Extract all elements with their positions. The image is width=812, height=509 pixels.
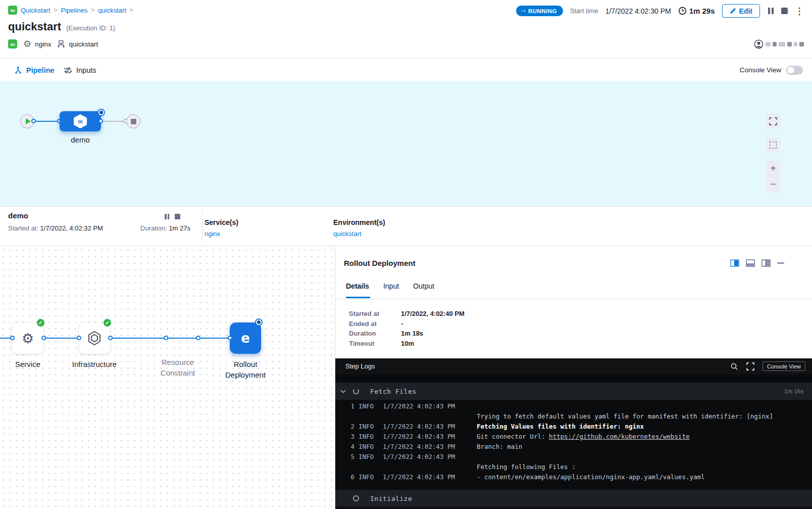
environments-label: Environment(s) <box>333 218 385 226</box>
log-console[interactable]: Fetch Files 1m 16s 1INFO1/7/2022 4:02:43… <box>335 374 812 509</box>
user-info-redacted <box>754 39 804 49</box>
zoom-out-button[interactable]: − <box>766 176 781 192</box>
log-message: Trying to fetch default values yaml file… <box>477 412 773 420</box>
step-node-service[interactable]: ⚙ <box>12 322 43 354</box>
breadcrumb: ∞ Quickstart > Pipelines > quickstart > <box>8 6 133 15</box>
step-logs-title: Step Logs <box>345 362 375 370</box>
layout-wide-panel-icon[interactable] <box>762 259 771 267</box>
title-row: quickstart (Execution ID: 1) <box>8 20 115 33</box>
detail-value: - <box>401 320 403 328</box>
log-timestamp: 1/7/2022 4:02:43 PM <box>383 473 455 481</box>
tab-output[interactable]: Output <box>413 282 434 296</box>
section-running-spinner-icon <box>353 388 359 394</box>
edge-start-to-demo <box>33 121 61 122</box>
tab-input[interactable]: Input <box>383 282 399 296</box>
log-line: 5INFO1/7/2022 4:02:43 PM <box>335 453 812 463</box>
detail-row: Timeout10m <box>349 339 465 349</box>
log-line-number: 6 <box>345 473 354 481</box>
detail-value: 10m <box>401 340 414 347</box>
edge-port <box>10 336 15 340</box>
log-line: 1INFO1/7/2022 4:02:43 PM <box>335 402 812 412</box>
edge-port <box>108 336 113 340</box>
service-chip[interactable]: ⚙ nginx <box>23 39 51 49</box>
marquee-select-button[interactable] <box>766 137 781 153</box>
stage-label-demo: demo <box>60 135 101 144</box>
detail-label: Duration <box>349 330 401 337</box>
log-line: 6INFO1/7/2022 4:02:43 PM- content/en/exa… <box>335 473 812 483</box>
step-label-resource-constraint: Resource Constraint <box>155 357 200 378</box>
detail-label: Ended at <box>349 320 401 328</box>
more-options-button[interactable]: ⋮ <box>795 7 804 16</box>
detail-row: Started at1/7/2022, 4:02:40 PM <box>349 309 465 319</box>
edge-demo-to-end <box>103 121 125 122</box>
breadcrumb-separator: > <box>91 7 94 14</box>
cd-module-icon: ∞ <box>8 39 17 49</box>
log-message: Fetching Values files with identifier: n… <box>477 423 644 430</box>
detail-row: Ended at- <box>349 319 465 329</box>
log-section-duration: 1m 16s <box>784 388 803 394</box>
elapsed-time: 1m 29s <box>678 7 715 15</box>
edge-port <box>196 336 200 340</box>
log-level: INFO <box>359 423 374 430</box>
edge-port <box>228 336 232 340</box>
log-line-continuation: Trying to fetch default values yaml file… <box>335 412 812 423</box>
stage-pause-button[interactable] <box>164 214 170 219</box>
stop-execution-button[interactable] <box>781 8 788 14</box>
header: ∞ Quickstart > Pipelines > quickstart > … <box>0 0 812 58</box>
breadcrumb-quickstart[interactable]: Quickstart <box>21 7 50 14</box>
log-section-initialize[interactable]: Initialize <box>335 490 812 507</box>
log-timestamp: 1/7/2022 4:02:43 PM <box>383 443 455 450</box>
tab-details[interactable]: Details <box>346 282 369 296</box>
minimize-panel-button[interactable] <box>777 262 784 264</box>
pause-execution-button[interactable] <box>767 8 774 14</box>
log-message: Fetching following Files : <box>477 463 576 471</box>
step-node-infrastructure[interactable] <box>79 322 110 354</box>
edge-port <box>98 119 103 123</box>
step-label-infrastructure: Infrastructure <box>62 359 127 369</box>
panel-layout-controls <box>730 259 784 267</box>
log-line-number: 3 <box>345 433 354 440</box>
log-timestamp: 1/7/2022 4:02:43 PM <box>383 402 455 410</box>
log-section-fetch-files[interactable]: Fetch Files 1m 16s <box>335 383 812 400</box>
logs-console-view-button[interactable]: Console View <box>763 361 805 371</box>
environment-chip[interactable]: quickstart <box>57 40 98 48</box>
services-label: Service(s) <box>205 218 238 226</box>
step-node-rollout-deployment[interactable]: e <box>230 322 261 354</box>
log-message: Git connector Url: https://github.com/ku… <box>477 433 689 440</box>
log-level: INFO <box>359 402 374 410</box>
console-view-label: Console View <box>740 66 781 74</box>
service-link[interactable]: nginx <box>205 230 220 238</box>
breadcrumb-separator: > <box>54 7 58 14</box>
stage-node-demo[interactable]: ∞ <box>60 111 101 131</box>
log-link[interactable]: https://github.com/kubernetes/website <box>549 433 689 440</box>
zoom-controls: + − <box>766 161 781 193</box>
environment-link[interactable]: quickstart <box>333 230 362 238</box>
step-logs-header: Step Logs Console View <box>335 358 812 374</box>
avatar-icon <box>754 39 764 49</box>
stage-graph-canvas[interactable]: ∞ demo + − <box>0 81 812 206</box>
layout-bottom-panel-icon[interactable] <box>746 259 755 267</box>
zoom-in-button[interactable]: + <box>766 161 781 176</box>
detail-row: Duration1m 18s <box>349 329 465 339</box>
step-graph-canvas[interactable]: ⚙ ✓ ✓ e Service Infrastructure Resource … <box>0 247 335 509</box>
meta-row: ∞ ⚙ nginx quickstart <box>8 39 98 49</box>
edit-button[interactable]: Edit <box>722 4 760 18</box>
breadcrumb-pipelines[interactable]: Pipelines <box>61 7 88 14</box>
layout-right-panel-icon[interactable] <box>730 259 739 267</box>
breadcrumb-pipeline-name[interactable]: quickstart <box>98 7 126 14</box>
stage-stop-button[interactable] <box>175 214 180 219</box>
gear-icon: ⚙ <box>22 332 34 345</box>
fit-to-screen-button[interactable] <box>766 114 781 129</box>
harness-logo-icon: ∞ <box>8 6 17 15</box>
log-level: INFO <box>359 443 374 450</box>
end-node[interactable] <box>126 114 140 128</box>
detail-value: 1/7/2022, 4:02:40 PM <box>401 310 465 317</box>
environment-icon <box>57 40 65 48</box>
console-view-toggle[interactable] <box>786 66 803 75</box>
search-icon[interactable] <box>730 362 738 371</box>
chevron-down-icon <box>340 390 349 393</box>
expand-logs-icon[interactable] <box>746 362 754 371</box>
tab-inputs[interactable]: Inputs <box>64 59 96 81</box>
tab-pipeline[interactable]: Pipeline <box>14 59 55 81</box>
divider <box>335 299 812 299</box>
